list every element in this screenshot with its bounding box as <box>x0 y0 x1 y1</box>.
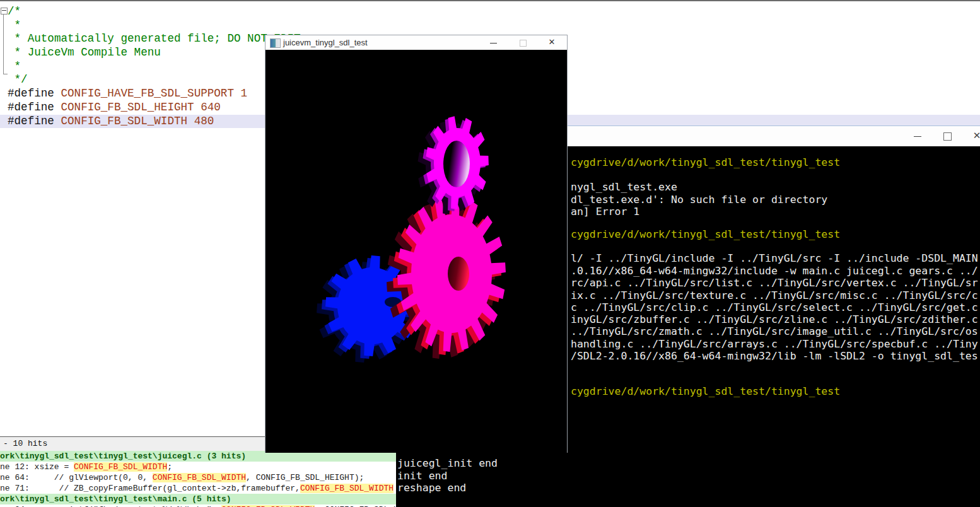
gl-render-canvas <box>265 50 567 453</box>
terminal-line: an] Error 1 <box>571 206 639 218</box>
sdl-window-title: juicevm_tinygl_sdl_test <box>283 38 368 47</box>
code-line: /* <box>8 5 980 19</box>
gears-rendering <box>265 50 567 453</box>
app-icon <box>270 38 281 48</box>
maximize-icon <box>520 40 527 47</box>
terminal-line: ix.c ../TinyGL/src/texture.c ../TinyGL/s… <box>571 289 978 301</box>
terminal-line: c ../TinyGL/src/clip.c ../TinyGL/src/sel… <box>571 301 978 313</box>
terminal-line: .0.16//x86_64-w64-mingw32/include -w mai… <box>571 265 978 277</box>
terminal-close-button[interactable]: ✕ <box>966 126 980 146</box>
maximize-icon <box>943 132 952 141</box>
fold-guide-foot <box>3 74 8 74</box>
terminal-line: nygl_sdl_test.exe <box>571 181 677 193</box>
terminal-line: reshape end <box>397 482 466 494</box>
sdl-gears-window: juicevm_tinygl_sdl_test ✕ <box>265 35 568 453</box>
terminal-line: l/ -I ../TinyGL/include -I ../TinyGL/src… <box>571 252 978 264</box>
sdl-titlebar[interactable]: juicevm_tinygl_sdl_test ✕ <box>265 35 567 50</box>
terminal-minimize-button[interactable] <box>907 126 928 146</box>
terminal-line: rc/api.c ../TinyGL/src/list.c ../TinyGL/… <box>571 277 978 289</box>
terminal-line: handling.c ../TinyGL/src/arrays.c ../Tin… <box>571 338 978 350</box>
minimize-icon <box>914 136 921 137</box>
terminal-line: init end <box>397 470 447 482</box>
terminal-line: cygdrive/d/work/tinygl_sdl_test/tinygl_t… <box>571 156 840 168</box>
pink-gear <box>387 195 506 359</box>
sdl-maximize-button[interactable] <box>513 35 532 50</box>
minimize-icon <box>490 43 497 44</box>
fold-guide-line <box>3 14 4 74</box>
terminal-maximize-button[interactable] <box>936 126 958 146</box>
terminal-line: inyGL/src/zbuffer.c ../TinyGL/src/zline.… <box>571 313 978 325</box>
sdl-minimize-button[interactable] <box>484 35 503 50</box>
terminal-line: cygdrive/d/work/tinygl_sdl_test/tinygl_t… <box>571 385 840 397</box>
terminal-line: juicegl_init end <box>397 457 498 469</box>
fold-collapse-icon[interactable] <box>1 8 8 15</box>
code-line: * <box>8 19 980 33</box>
sdl-close-button[interactable]: ✕ <box>542 35 561 50</box>
terminal-line: cygdrive/d/work/tinygl_sdl_test/tinygl_t… <box>571 228 840 240</box>
magenta-gear <box>418 116 489 214</box>
terminal-line: dl_test.exe.d': No such file or director… <box>571 194 827 206</box>
terminal-line: ../TinyGL/src/zmath.c ../TinyGL/src/imag… <box>571 325 978 337</box>
terminal-line: /SDL2-2.0.16//x86_64-w64-mingw32/lib -lm… <box>571 350 978 362</box>
